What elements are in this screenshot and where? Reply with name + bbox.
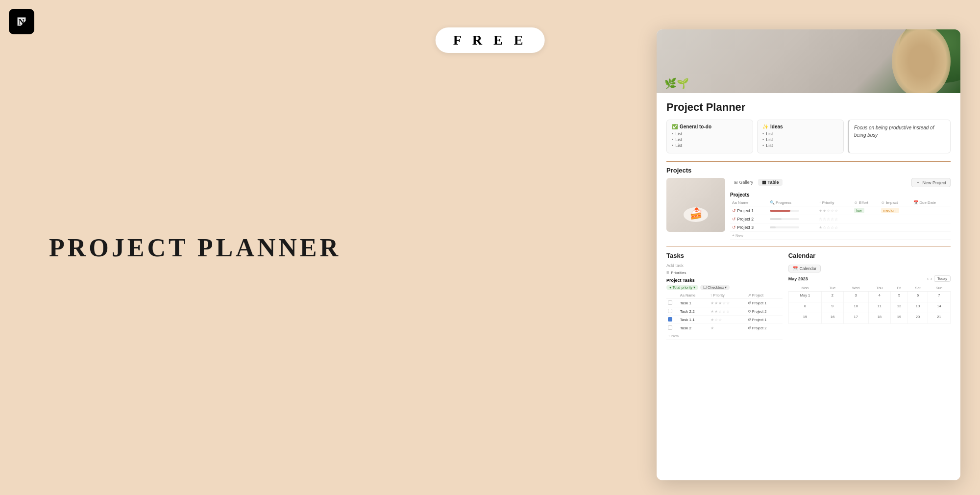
card-body: Project Planner ✅ General to-do List Lis… [657, 93, 960, 480]
table-row: ↺ Project 1 ★★☆☆☆ [730, 206, 951, 215]
project-ref-icon: ↺ [748, 309, 751, 314]
cal-day[interactable]: May 1 [788, 292, 822, 302]
project-progress [768, 215, 817, 223]
general-todo-block: ✅ General to-do List List List [666, 120, 753, 153]
day-sat: Sat [908, 285, 928, 292]
cal-day[interactable]: 3 [843, 292, 868, 302]
project-due [911, 215, 951, 223]
tasks-section: Tasks Add task ≡ Priorities Project Task… [666, 252, 783, 340]
projects-table: Aa Name 🔍 Progress ↑ Priority ☺ Effort ☺… [730, 199, 951, 240]
project-table-area: ⊞ Gallery ▦ Table ＋ New Project [730, 178, 951, 240]
table-icon: ▦ [762, 180, 766, 185]
col-name: Aa Name [730, 199, 768, 206]
table-row-new[interactable]: + New [730, 232, 951, 240]
cal-day[interactable]: 17 [843, 313, 868, 324]
col-progress: 🔍 Progress [768, 199, 817, 206]
cal-day[interactable]: 15 [788, 313, 822, 324]
projects-heading: Projects [666, 167, 951, 174]
task-checkbox[interactable] [666, 307, 679, 316]
checkbox-filter[interactable]: ☐ Checkbox ▾ [700, 285, 730, 290]
cal-day[interactable]: 19 [890, 313, 907, 324]
new-project-button[interactable]: ＋ New Project [911, 178, 951, 187]
calendar-week: May 1 2 3 4 5 6 7 [788, 292, 950, 302]
checked-checkbox[interactable] [668, 317, 672, 322]
cal-day[interactable]: 18 [868, 313, 890, 324]
cal-day[interactable]: 9 [822, 302, 843, 313]
general-todo-title: ✅ General to-do [672, 124, 748, 129]
calendar-header: May 2023 ‹ › Today [788, 275, 951, 282]
plus-icon: ＋ [916, 179, 920, 186]
task-checkbox[interactable] [666, 324, 679, 332]
project-ref-icon: ↺ [748, 326, 751, 330]
project-priority: ★☆☆☆☆ [817, 223, 852, 232]
unchecked-checkbox[interactable] [668, 325, 672, 330]
task-project: ↺ Project 2 [746, 307, 783, 316]
task-checkbox[interactable] [666, 299, 679, 307]
list-item: List [762, 131, 838, 136]
priority-filter[interactable]: ● Total priority ▾ [666, 285, 698, 290]
task-name: Task 1 [679, 299, 709, 307]
task-priority: ★★☆☆☆ [709, 307, 746, 316]
today-button[interactable]: Today [934, 275, 951, 282]
calendar-prev-icon[interactable]: ‹ [927, 276, 929, 281]
day-fri: Fri [890, 285, 907, 292]
cal-day[interactable]: 4 [868, 292, 890, 302]
calendar-heading: Calendar [788, 252, 951, 259]
cal-day[interactable]: 6 [908, 292, 928, 302]
project-impact [879, 215, 911, 223]
cal-day[interactable]: 13 [908, 302, 928, 313]
task-project: ↺ Project 1 [746, 299, 783, 307]
project-due [911, 206, 951, 215]
list-item: List [762, 137, 838, 142]
cal-day[interactable]: 21 [928, 313, 950, 324]
col-due: 📅 Due Date [911, 199, 951, 206]
task-priority: ★★★☆☆ [709, 299, 746, 307]
project-effort [852, 223, 879, 232]
calendar-next-icon[interactable]: › [931, 276, 932, 281]
filter-dot: ● [669, 285, 672, 290]
ideas-block: ✨ Ideas List List List [757, 120, 844, 153]
calendar-icon: 📅 [793, 266, 798, 271]
gallery-tab[interactable]: ⊞ Gallery [730, 179, 757, 186]
card-header-image: 🌿🌱 [657, 29, 960, 93]
cal-day[interactable]: 20 [908, 313, 928, 324]
priorities-label: Priorities [671, 271, 686, 275]
ideas-title: ✨ Ideas [762, 124, 838, 129]
page-main-title: PROJECT PLANNER [49, 233, 341, 262]
project-thumbnail [666, 178, 725, 232]
project-priority: ★★☆☆☆ [817, 206, 852, 215]
project-priority: ☆☆☆☆☆ [817, 215, 852, 223]
unchecked-checkbox[interactable] [668, 309, 672, 313]
add-task-button[interactable]: Add task [666, 263, 783, 268]
info-blocks-row: ✅ General to-do List List List ✨ Ideas L… [666, 120, 951, 153]
cal-day[interactable]: 14 [928, 302, 950, 313]
cal-day[interactable]: 8 [788, 302, 822, 313]
project-progress [768, 206, 817, 215]
project-icon: ↺ [732, 208, 736, 213]
project-name: ↺ Project 1 [730, 206, 768, 215]
list-item: List [672, 131, 748, 136]
col-effort: ☺ Effort [852, 199, 879, 206]
cal-day[interactable]: 7 [928, 292, 950, 302]
cal-day[interactable]: 12 [890, 302, 907, 313]
project-name: ↺ Project 3 [730, 223, 768, 232]
calendar-month: May 2023 [788, 276, 808, 281]
unchecked-checkbox[interactable] [668, 300, 672, 305]
calendar-week: 15 16 17 18 19 20 21 [788, 313, 950, 324]
day-thu: Thu [868, 285, 890, 292]
table-row-new[interactable]: + New [666, 332, 783, 340]
section-divider-1 [666, 161, 951, 162]
task-checkbox[interactable] [666, 316, 679, 324]
cal-day[interactable]: 5 [890, 292, 907, 302]
new-task-btn[interactable]: + New [666, 332, 783, 340]
cal-day[interactable]: 10 [843, 302, 868, 313]
calendar-view-button[interactable]: 📅 Calendar [788, 265, 821, 272]
table-tab[interactable]: ▦ Table [758, 179, 783, 186]
cal-day[interactable]: 11 [868, 302, 890, 313]
day-mon: Mon [788, 285, 822, 292]
list-item: List [672, 143, 748, 148]
list-item: List [762, 143, 838, 148]
cal-day[interactable]: 2 [822, 292, 843, 302]
new-row-btn[interactable]: + New [730, 232, 951, 240]
cal-day[interactable]: 16 [822, 313, 843, 324]
